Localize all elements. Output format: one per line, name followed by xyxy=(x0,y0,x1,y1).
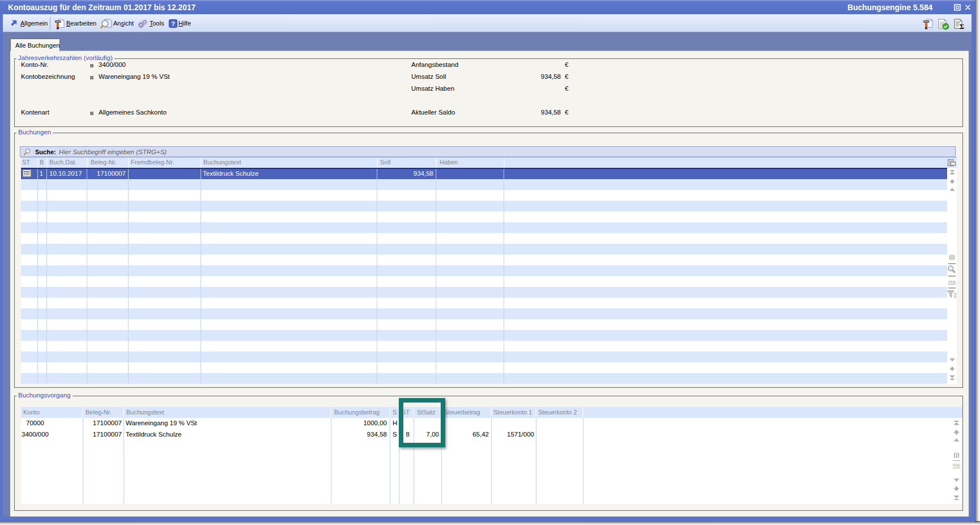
svg-text:?: ? xyxy=(171,20,175,27)
svg-text:Σ: Σ xyxy=(960,22,965,30)
